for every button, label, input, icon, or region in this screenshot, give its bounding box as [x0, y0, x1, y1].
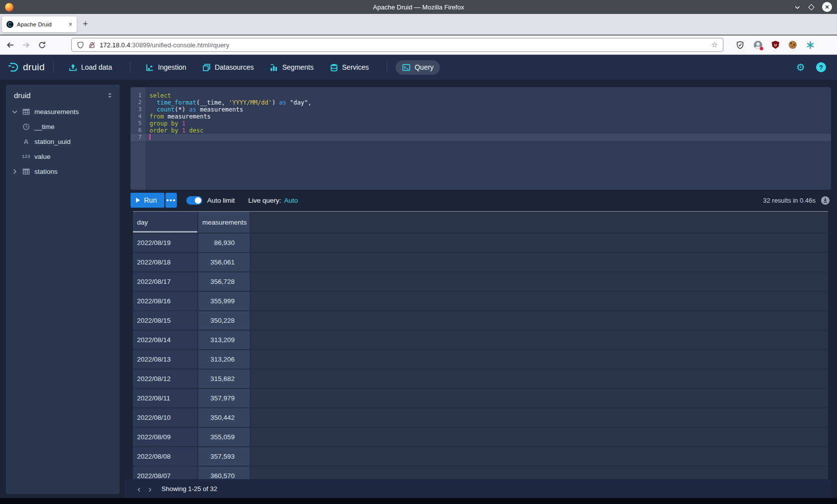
code-line: order by 1 desc: [145, 127, 831, 134]
cell-measurements[interactable]: 356,061: [198, 253, 251, 271]
cell-measurements[interactable]: 350,442: [198, 408, 251, 427]
column-row-value[interactable]: 123value: [6, 149, 120, 164]
reload-icon[interactable]: [38, 41, 46, 49]
cell-day[interactable]: 2022/08/13: [133, 350, 198, 369]
auto-limit-label[interactable]: Auto limit: [207, 197, 235, 204]
menu-hamburger-icon[interactable]: [824, 42, 831, 48]
pagination-label: Showing 1-25 of 32: [161, 485, 217, 493]
cell-measurements[interactable]: 357,593: [198, 447, 251, 466]
table-row-measurements[interactable]: measurements: [6, 104, 120, 119]
cell-day[interactable]: 2022/08/16: [133, 292, 198, 310]
chevron-down-icon[interactable]: [11, 108, 18, 116]
cell-day[interactable]: 2022/08/12: [133, 370, 198, 388]
url-host: 172.18.0.4: [100, 41, 130, 49]
column-row-__time[interactable]: __time: [6, 119, 120, 134]
play-icon: [136, 198, 140, 203]
cell-measurements[interactable]: 357,979: [198, 389, 251, 407]
url-bar[interactable]: 172.18.0.4:30899/unified-console.html#qu…: [71, 38, 723, 52]
new-tab-button[interactable]: +: [83, 19, 88, 29]
cell-day[interactable]: 2022/08/10: [133, 408, 198, 427]
druid-logo[interactable]: druid: [7, 61, 45, 74]
cell-day[interactable]: 2022/08/17: [133, 272, 198, 291]
cookie-extension-icon[interactable]: [789, 41, 797, 49]
cell-day[interactable]: 2022/08/15: [133, 311, 198, 330]
insecure-lock-icon[interactable]: [88, 41, 96, 49]
ublock-icon[interactable]: U: [772, 41, 779, 49]
cell-measurements[interactable]: 313,206: [198, 350, 251, 369]
cell-measurements[interactable]: 355,059: [198, 428, 251, 446]
tab-bar: Apache Druid × +: [0, 14, 837, 35]
cell-measurements[interactable]: 86,930: [198, 234, 251, 252]
cell-measurements[interactable]: 355,999: [198, 292, 251, 310]
live-query-label: Live query:: [248, 197, 281, 204]
nav-item-services[interactable]: Services: [323, 60, 376, 75]
nav-item-label: Services: [342, 63, 369, 71]
download-circle-icon[interactable]: [821, 196, 830, 205]
nav-item-datasources[interactable]: Datasources: [196, 60, 261, 75]
tab-close-icon[interactable]: ×: [69, 21, 72, 28]
privacy-shield-icon[interactable]: [736, 41, 744, 49]
back-icon[interactable]: [6, 41, 14, 49]
editor-code[interactable]: select time_format(__time, 'YYYY/MM/dd')…: [145, 87, 831, 190]
double-caret-icon[interactable]: [106, 92, 114, 99]
cell-day[interactable]: 2022/08/18: [133, 253, 198, 271]
cell-measurements[interactable]: 315,682: [198, 370, 251, 388]
results-body: 2022/08/1986,9302022/08/18356,0612022/08…: [133, 234, 828, 479]
text-cursor: [149, 134, 150, 140]
table-row-stations[interactable]: stations: [6, 164, 120, 179]
cell-measurements[interactable]: 360,570: [198, 467, 251, 479]
brand-name: druid: [23, 62, 45, 73]
run-button[interactable]: Run: [131, 193, 164, 208]
bookmark-star-icon[interactable]: ☆: [711, 40, 718, 49]
column-row-station_uuid[interactable]: Astation_uuid: [6, 134, 120, 149]
window-close-icon[interactable]: ✕: [822, 2, 832, 12]
cell-measurements[interactable]: 350,228: [198, 311, 251, 330]
forward-icon[interactable]: [22, 41, 30, 49]
druid-favicon-icon: [6, 21, 13, 28]
schema-tree: measurements__timeAstation_uuid123values…: [6, 104, 120, 179]
url-toolbar: 172.18.0.4:30899/unified-console.html#qu…: [0, 35, 837, 55]
page-prev-icon[interactable]: ‹: [134, 484, 144, 494]
chevron-right-icon[interactable]: [11, 168, 18, 175]
account-avatar-icon[interactable]: [754, 41, 762, 49]
table-row: 2022/08/16355,999: [133, 292, 828, 311]
segments-icon: [270, 63, 278, 72]
cell-day[interactable]: 2022/08/08: [133, 447, 198, 466]
live-query-value[interactable]: Auto: [284, 197, 298, 204]
help-icon[interactable]: ?: [816, 62, 826, 72]
nav-item-label: Segments: [282, 63, 313, 71]
settings-gear-icon[interactable]: ⚙: [796, 62, 805, 72]
column-header-day[interactable]: day: [133, 212, 198, 233]
cell-day[interactable]: 2022/08/09: [133, 428, 198, 446]
table-row: 2022/08/07360,570: [133, 467, 828, 479]
cell-day[interactable]: 2022/08/11: [133, 389, 198, 407]
window-title: Apache Druid — Mozilla Firefox: [0, 3, 837, 11]
nav-item-load-data[interactable]: Load data: [62, 60, 119, 75]
page-next-icon[interactable]: ›: [144, 484, 155, 494]
browser-tab[interactable]: Apache Druid ×: [2, 16, 77, 32]
window-maximize-icon[interactable]: [808, 4, 815, 10]
column-header-measurements[interactable]: measurements: [198, 212, 251, 233]
nav-divider: [387, 62, 387, 73]
tracking-shield-icon[interactable]: [77, 41, 84, 49]
cell-measurements[interactable]: 356,728: [198, 272, 251, 291]
table-row: 2022/08/17356,728: [133, 272, 828, 292]
cell-day[interactable]: 2022/08/19: [133, 234, 198, 252]
sql-editor[interactable]: 1234567 select time_format(__time, 'YYYY…: [131, 87, 831, 190]
nav-item-ingestion[interactable]: Ingestion: [139, 60, 193, 75]
window-minimize-icon[interactable]: [794, 4, 801, 10]
colorful-asterisk-icon[interactable]: [806, 41, 815, 49]
nav-item-query[interactable]: Query: [396, 60, 440, 75]
table-row: 2022/08/11357,979: [133, 389, 828, 408]
cell-day[interactable]: 2022/08/14: [133, 331, 198, 349]
query-pane: 1234567 select time_format(__time, 'YYYY…: [125, 80, 831, 498]
window-titlebar[interactable]: Apache Druid — Mozilla Firefox ✕: [0, 0, 837, 14]
cell-day[interactable]: 2022/08/07: [133, 467, 198, 479]
nav-item-segments[interactable]: Segments: [263, 60, 320, 75]
number-type-icon: 123: [22, 152, 30, 160]
schema-title: druid: [14, 91, 106, 100]
cell-measurements[interactable]: 313,209: [198, 331, 251, 349]
auto-limit-toggle[interactable]: [186, 196, 202, 205]
line-number: 3: [131, 106, 145, 113]
run-more-button[interactable]: ●●●: [165, 193, 177, 208]
